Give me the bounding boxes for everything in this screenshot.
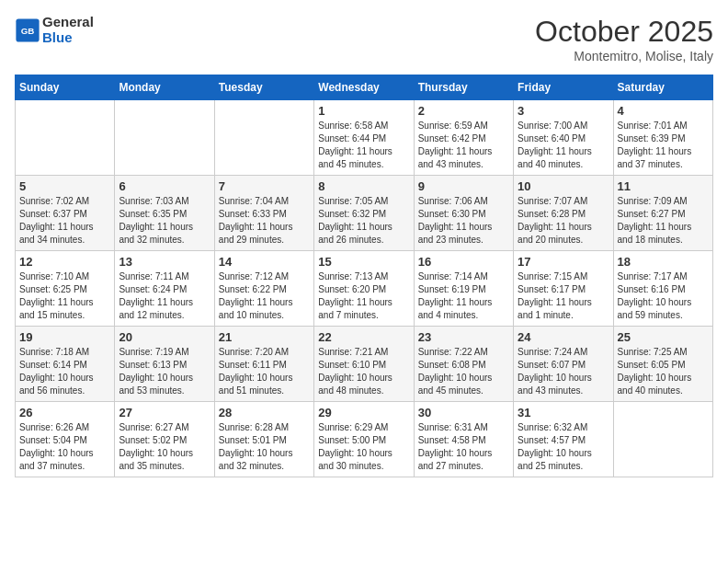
day-info: Sunrise: 7:06 AM Sunset: 6:30 PM Dayligh… xyxy=(418,195,509,247)
calendar-cell: 23Sunrise: 7:22 AM Sunset: 6:08 PM Dayli… xyxy=(414,327,513,402)
day-number: 31 xyxy=(518,406,609,419)
calendar-cell xyxy=(214,100,313,176)
day-number: 6 xyxy=(119,179,210,193)
day-number: 7 xyxy=(219,179,310,193)
calendar-week-1: 1Sunrise: 6:58 AM Sunset: 6:44 PM Daylig… xyxy=(16,100,713,176)
weekday-header-wednesday: Wednesday xyxy=(314,75,414,100)
day-number: 8 xyxy=(318,179,409,193)
calendar-cell: 21Sunrise: 7:20 AM Sunset: 6:11 PM Dayli… xyxy=(214,327,313,402)
calendar-cell: 29Sunrise: 6:29 AM Sunset: 5:00 PM Dayli… xyxy=(314,402,414,477)
calendar-cell: 26Sunrise: 6:26 AM Sunset: 5:04 PM Dayli… xyxy=(16,402,115,477)
day-info: Sunrise: 6:58 AM Sunset: 6:44 PM Dayligh… xyxy=(318,120,409,171)
day-number: 18 xyxy=(618,255,709,269)
day-number: 29 xyxy=(318,406,409,419)
weekday-header-monday: Monday xyxy=(115,75,214,100)
calendar-week-5: 26Sunrise: 6:26 AM Sunset: 5:04 PM Dayli… xyxy=(16,402,713,477)
calendar-cell: 22Sunrise: 7:21 AM Sunset: 6:10 PM Dayli… xyxy=(314,327,414,402)
day-info: Sunrise: 7:17 AM Sunset: 6:16 PM Dayligh… xyxy=(618,270,709,322)
day-number: 1 xyxy=(318,104,409,118)
calendar-cell: 5Sunrise: 7:02 AM Sunset: 6:37 PM Daylig… xyxy=(16,176,115,251)
calendar-cell: 15Sunrise: 7:13 AM Sunset: 6:20 PM Dayli… xyxy=(314,251,414,327)
calendar-cell: 8Sunrise: 7:05 AM Sunset: 6:32 PM Daylig… xyxy=(314,176,414,251)
calendar-cell: 18Sunrise: 7:17 AM Sunset: 6:16 PM Dayli… xyxy=(613,251,712,327)
day-info: Sunrise: 6:28 AM Sunset: 5:01 PM Dayligh… xyxy=(219,421,310,473)
calendar-cell: 9Sunrise: 7:06 AM Sunset: 6:30 PM Daylig… xyxy=(414,176,513,251)
day-info: Sunrise: 6:26 AM Sunset: 5:04 PM Dayligh… xyxy=(19,421,110,473)
day-info: Sunrise: 7:25 AM Sunset: 6:05 PM Dayligh… xyxy=(618,346,709,397)
calendar-week-2: 5Sunrise: 7:02 AM Sunset: 6:37 PM Daylig… xyxy=(16,176,713,251)
calendar-cell: 27Sunrise: 6:27 AM Sunset: 5:02 PM Dayli… xyxy=(115,402,214,477)
calendar-week-3: 12Sunrise: 7:10 AM Sunset: 6:25 PM Dayli… xyxy=(16,251,713,327)
day-info: Sunrise: 7:03 AM Sunset: 6:35 PM Dayligh… xyxy=(119,195,210,247)
calendar-cell: 31Sunrise: 6:32 AM Sunset: 4:57 PM Dayli… xyxy=(514,402,613,477)
calendar-cell xyxy=(115,100,214,176)
calendar-cell: 19Sunrise: 7:18 AM Sunset: 6:14 PM Dayli… xyxy=(16,327,115,402)
calendar-cell: 3Sunrise: 7:00 AM Sunset: 6:40 PM Daylig… xyxy=(514,100,613,176)
day-number: 24 xyxy=(518,330,609,344)
day-number: 28 xyxy=(219,406,310,419)
calendar-cell: 7Sunrise: 7:04 AM Sunset: 6:33 PM Daylig… xyxy=(214,176,313,251)
weekday-header-thursday: Thursday xyxy=(414,75,513,100)
calendar-week-4: 19Sunrise: 7:18 AM Sunset: 6:14 PM Dayli… xyxy=(16,327,713,402)
day-number: 21 xyxy=(219,330,310,344)
day-info: Sunrise: 7:24 AM Sunset: 6:07 PM Dayligh… xyxy=(518,346,609,397)
header-row: SundayMondayTuesdayWednesdayThursdayFrid… xyxy=(16,75,713,100)
day-info: Sunrise: 7:09 AM Sunset: 6:27 PM Dayligh… xyxy=(618,195,709,247)
day-info: Sunrise: 7:14 AM Sunset: 6:19 PM Dayligh… xyxy=(418,270,509,322)
calendar-cell xyxy=(613,402,712,477)
day-number: 12 xyxy=(19,255,110,269)
logo-icon: GB xyxy=(15,17,40,43)
logo-text-line1: General xyxy=(42,15,94,30)
day-number: 30 xyxy=(418,406,509,419)
calendar-cell xyxy=(16,100,115,176)
day-number: 15 xyxy=(318,255,409,269)
day-info: Sunrise: 6:29 AM Sunset: 5:00 PM Dayligh… xyxy=(318,421,409,473)
month-title: October 2025 xyxy=(535,15,713,49)
day-number: 14 xyxy=(219,255,310,269)
day-number: 4 xyxy=(618,104,709,118)
weekday-header-tuesday: Tuesday xyxy=(214,75,313,100)
day-info: Sunrise: 7:15 AM Sunset: 6:17 PM Dayligh… xyxy=(518,270,609,322)
calendar-cell: 10Sunrise: 7:07 AM Sunset: 6:28 PM Dayli… xyxy=(514,176,613,251)
day-info: Sunrise: 7:12 AM Sunset: 6:22 PM Dayligh… xyxy=(219,270,310,322)
day-info: Sunrise: 7:11 AM Sunset: 6:24 PM Dayligh… xyxy=(119,270,210,322)
calendar-cell: 14Sunrise: 7:12 AM Sunset: 6:22 PM Dayli… xyxy=(214,251,313,327)
day-info: Sunrise: 7:02 AM Sunset: 6:37 PM Dayligh… xyxy=(19,195,110,247)
calendar-table: SundayMondayTuesdayWednesdayThursdayFrid… xyxy=(15,75,713,477)
calendar-cell: 13Sunrise: 7:11 AM Sunset: 6:24 PM Dayli… xyxy=(115,251,214,327)
day-number: 9 xyxy=(418,179,509,193)
day-info: Sunrise: 7:05 AM Sunset: 6:32 PM Dayligh… xyxy=(318,195,409,247)
day-number: 16 xyxy=(418,255,509,269)
title-section: October 2025 Montemitro, Molise, Italy xyxy=(535,15,713,63)
day-number: 11 xyxy=(618,179,709,193)
day-number: 23 xyxy=(418,330,509,344)
calendar-cell: 2Sunrise: 6:59 AM Sunset: 6:42 PM Daylig… xyxy=(414,100,513,176)
weekday-header-saturday: Saturday xyxy=(613,75,712,100)
day-info: Sunrise: 7:20 AM Sunset: 6:11 PM Dayligh… xyxy=(219,346,310,397)
day-info: Sunrise: 7:01 AM Sunset: 6:39 PM Dayligh… xyxy=(618,120,709,171)
logo-text-line2: Blue xyxy=(42,30,94,46)
day-number: 25 xyxy=(618,330,709,344)
day-number: 10 xyxy=(518,179,609,193)
day-number: 2 xyxy=(418,104,509,118)
day-info: Sunrise: 7:07 AM Sunset: 6:28 PM Dayligh… xyxy=(518,195,609,247)
calendar-cell: 24Sunrise: 7:24 AM Sunset: 6:07 PM Dayli… xyxy=(514,327,613,402)
day-info: Sunrise: 7:10 AM Sunset: 6:25 PM Dayligh… xyxy=(19,270,110,322)
logo: GB General Blue xyxy=(15,15,94,45)
calendar-cell: 6Sunrise: 7:03 AM Sunset: 6:35 PM Daylig… xyxy=(115,176,214,251)
day-number: 3 xyxy=(518,104,609,118)
calendar-cell: 1Sunrise: 6:58 AM Sunset: 6:44 PM Daylig… xyxy=(314,100,414,176)
day-info: Sunrise: 6:31 AM Sunset: 4:58 PM Dayligh… xyxy=(418,421,509,473)
day-info: Sunrise: 7:22 AM Sunset: 6:08 PM Dayligh… xyxy=(418,346,509,397)
location: Montemitro, Molise, Italy xyxy=(535,49,713,63)
day-number: 22 xyxy=(318,330,409,344)
calendar-cell: 17Sunrise: 7:15 AM Sunset: 6:17 PM Dayli… xyxy=(514,251,613,327)
day-info: Sunrise: 7:00 AM Sunset: 6:40 PM Dayligh… xyxy=(518,120,609,171)
calendar-cell: 4Sunrise: 7:01 AM Sunset: 6:39 PM Daylig… xyxy=(613,100,712,176)
calendar-cell: 30Sunrise: 6:31 AM Sunset: 4:58 PM Dayli… xyxy=(414,402,513,477)
day-number: 20 xyxy=(119,330,210,344)
day-number: 13 xyxy=(119,255,210,269)
day-info: Sunrise: 7:21 AM Sunset: 6:10 PM Dayligh… xyxy=(318,346,409,397)
day-info: Sunrise: 7:18 AM Sunset: 6:14 PM Dayligh… xyxy=(19,346,110,397)
weekday-header-sunday: Sunday xyxy=(16,75,115,100)
